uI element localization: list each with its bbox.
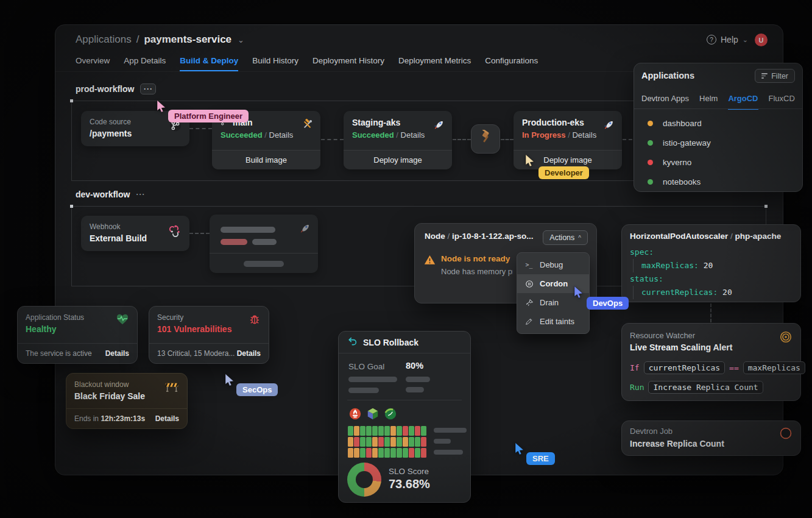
actions-label: Actions <box>549 233 574 242</box>
application-status-details-link[interactable]: Details <box>105 349 129 358</box>
tab-devtron-apps[interactable]: Devtron Apps <box>641 94 689 110</box>
slo-rollback-panel: SLO Rollback SLO Goal 80% SLO Score 73.6… <box>338 331 471 503</box>
dev-workflow-label: dev-workflow <box>76 190 130 199</box>
canvas-handle[interactable] <box>70 99 73 102</box>
condition-left-chip: currentReplicas <box>644 361 725 374</box>
app-list-item[interactable]: istio-gateway <box>634 133 802 152</box>
breadcrumb: Applications / payments-service ⌄ <box>76 34 244 46</box>
tab-argocd[interactable]: ArgoCD <box>728 94 758 110</box>
tab-deployment-metrics[interactable]: Deployment Metrics <box>398 56 471 71</box>
tab-app-details[interactable]: App Details <box>124 56 166 71</box>
tab-helm[interactable]: Helm <box>699 94 718 110</box>
prod-workflow-menu-button[interactable]: ··· <box>140 83 156 94</box>
node-name: ip-10-8-1-122.ap-so... <box>452 232 534 241</box>
tab-build-and-deploy[interactable]: Build & Deploy <box>180 56 238 71</box>
developer-cursor <box>524 154 536 169</box>
secops-cursor <box>224 373 236 388</box>
app-name: kyverno <box>663 158 691 167</box>
skeleton-bar <box>221 239 247 245</box>
slo-grid-cell <box>366 426 372 436</box>
slo-grid-cell <box>409 426 414 436</box>
node-warning-subtitle: Node has memory pre... <box>441 267 513 276</box>
connector <box>189 233 210 234</box>
slo-grid-cell <box>366 437 372 447</box>
help-menu[interactable]: ? Help ⌄ <box>707 35 748 44</box>
production-details-link[interactable]: Details <box>572 130 596 140</box>
actions-button[interactable]: Actions ^ <box>543 230 588 245</box>
filter-button[interactable]: Filter <box>755 69 795 83</box>
yaml-key: spec: <box>630 247 654 257</box>
slo-grid-cell <box>384 437 390 447</box>
slo-grid-cell <box>378 437 384 447</box>
staging-deploy-image-button[interactable]: Deploy image <box>344 150 452 169</box>
yaml-value: 20 <box>704 261 713 270</box>
canvas-handle[interactable] <box>70 205 73 208</box>
devtron-job-name: Increase Replica Count <box>630 439 724 449</box>
webhook-card[interactable]: Webhook External Build <box>81 216 189 251</box>
developer-badge: Developer <box>538 166 589 179</box>
blackout-details-link[interactable]: Details <box>155 414 179 423</box>
if-keyword: If <box>630 363 640 372</box>
slo-grid-cell <box>384 426 390 436</box>
skeleton-bar <box>434 439 451 444</box>
slo-grid-cell <box>354 437 359 447</box>
build-details-link[interactable]: Details <box>269 130 294 140</box>
cube-icon <box>366 407 380 423</box>
skeleton-bar <box>244 261 284 267</box>
tab-overview[interactable]: Overview <box>76 56 110 71</box>
staging-pipeline-card[interactable]: Staging-aks Succeeded / Details Deploy i… <box>344 111 452 169</box>
app-name: dashboard <box>663 119 702 128</box>
security-details-link[interactable]: Details <box>237 349 261 358</box>
yaml-key: currentReplicas: <box>641 288 718 297</box>
security-footer: 13 Critical, 15 Modera... <box>157 349 235 358</box>
approval-gate[interactable] <box>471 124 500 154</box>
user-avatar[interactable]: U <box>755 34 768 46</box>
applications-panel: Applications Filter Devtron Apps Helm Ar… <box>634 63 803 192</box>
slo-grid-cell <box>409 448 414 458</box>
donut-hole <box>356 471 373 488</box>
menu-item-debug[interactable]: >_ Debug <box>517 255 589 274</box>
drain-icon <box>524 299 534 307</box>
separator: / <box>396 130 398 140</box>
breadcrumb-current[interactable]: payments-service <box>144 34 231 46</box>
skeleton-bar <box>406 387 424 392</box>
job-icon <box>779 427 793 442</box>
pencil-icon <box>524 318 534 325</box>
staging-details-link[interactable]: Details <box>401 130 425 140</box>
webhook-value: External Build <box>90 233 181 243</box>
slo-grid <box>348 426 426 458</box>
breadcrumb-root[interactable]: Applications <box>76 34 132 46</box>
chevron-down-icon[interactable]: ⌄ <box>238 35 244 44</box>
slo-grid-cell <box>360 437 365 447</box>
chevron-up-icon: ^ <box>578 235 581 241</box>
build-image-button[interactable]: Build image <box>212 150 320 169</box>
filter-label: Filter <box>771 72 788 80</box>
dev-workflow-menu-button[interactable]: ··· <box>136 190 145 199</box>
help-icon: ? <box>707 35 716 44</box>
canvas-handle[interactable] <box>764 205 768 208</box>
pending-pipeline-card[interactable] <box>210 215 318 273</box>
skeleton-bar <box>221 227 275 233</box>
blackout-footer: Ends in 12h:23m:13s <box>74 414 145 423</box>
app-list-item[interactable]: dashboard <box>634 113 802 133</box>
divider <box>634 108 802 109</box>
app-list-item[interactable]: kyverno <box>634 152 802 172</box>
tab-fluxcd[interactable]: FluxCD <box>769 94 795 110</box>
tab-deployment-history[interactable]: Deployment History <box>312 56 384 71</box>
tab-build-history[interactable]: Build History <box>252 56 298 71</box>
run-action-chip: Increase Replica Count <box>648 381 763 394</box>
app-list-item[interactable]: notebooks <box>634 172 802 191</box>
slo-grid-cell <box>348 448 353 458</box>
menu-item-edit-taints[interactable]: Edit taints <box>517 312 589 331</box>
production-status: In Progress <box>522 130 566 140</box>
slo-score-label: SLO Score <box>389 467 429 476</box>
slo-grid-cell <box>421 437 426 447</box>
tab-configurations[interactable]: Configurations <box>485 56 538 71</box>
run-keyword: Run <box>630 383 644 392</box>
slo-grid-cell <box>403 448 408 458</box>
divider <box>347 400 462 400</box>
separator: / <box>264 130 267 140</box>
skeleton-bar <box>348 388 379 393</box>
node-panel-title: Node / ip-10-8-1-122.ap-so... <box>425 232 534 241</box>
slo-donut-chart <box>347 463 381 497</box>
